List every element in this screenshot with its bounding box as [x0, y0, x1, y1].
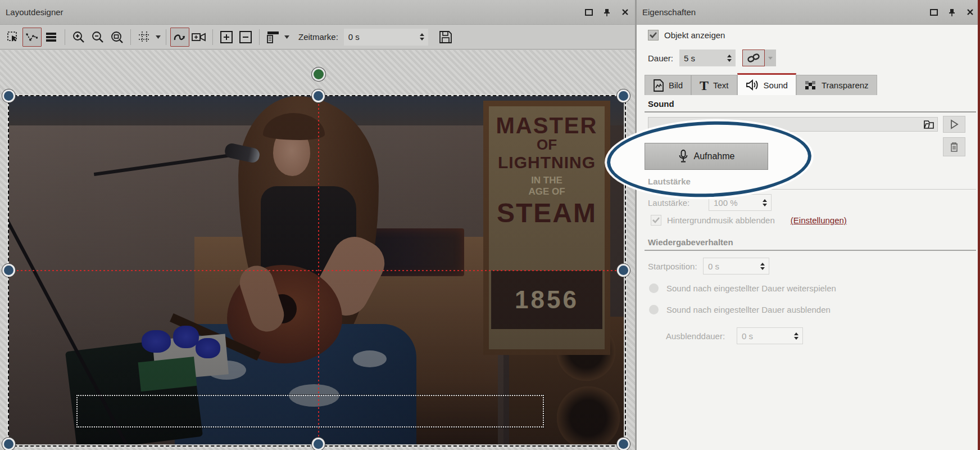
volume-label: Lautstärke:: [648, 198, 709, 208]
resize-handle-bottom-right[interactable]: [617, 438, 630, 450]
bgmusic-checkbox: [651, 215, 661, 226]
panel-title: Eigenschaften: [642, 7, 696, 17]
bgmusic-label: Hintergrundmusik abblenden: [667, 215, 775, 225]
link-duration-button[interactable]: [742, 50, 765, 66]
show-object-checkbox[interactable]: [648, 30, 659, 40]
startposition-label: Startposition:: [648, 262, 703, 271]
tab-transparenz[interactable]: Transparenz: [796, 75, 877, 95]
grid-button[interactable]: [135, 28, 154, 47]
zeitmarke-label: Zeitmarke:: [298, 32, 338, 42]
radio-fadeout-label: Sound nach eingestellter Dauer ausblende…: [666, 305, 831, 314]
settings-link[interactable]: (Einstellungen): [791, 215, 847, 225]
object-list-dropdown-caret[interactable]: [283, 28, 291, 46]
camera-pan-button[interactable]: [189, 28, 208, 47]
volume-input: 100 %: [709, 194, 772, 211]
sound-section-header: Sound: [648, 99, 674, 109]
startposition-input: 0 s: [703, 258, 769, 274]
fadeduration-input: 0 s: [737, 327, 803, 344]
resize-handle-bottom-center[interactable]: [312, 438, 325, 450]
application-window: Layoutdesigner: [0, 0, 980, 450]
text-placeholder-rect[interactable]: [76, 395, 544, 428]
resize-handle-bottom-left[interactable]: [2, 438, 15, 450]
property-tabs: Bild T Text Sound Transparenz: [645, 73, 877, 95]
close-icon[interactable]: [965, 8, 974, 17]
tab-bild-label: Bild: [669, 80, 683, 90]
docked-panel-edge: [978, 0, 980, 450]
remove-object-button[interactable]: [236, 28, 255, 47]
object-list-button[interactable]: [264, 28, 283, 47]
zoom-in-button[interactable]: [69, 28, 88, 47]
radio-continue-label: Sound nach eingestellter Dauer weiterspi…: [666, 284, 836, 293]
tab-sound[interactable]: Sound: [737, 73, 796, 95]
toolbar-separator: [166, 29, 166, 45]
zoom-out-button[interactable]: [88, 28, 107, 47]
duration-stepper[interactable]: [725, 55, 733, 62]
startposition-row: Startposition: 0 s: [648, 258, 769, 274]
duration-label: Dauer:: [648, 53, 679, 63]
fadeduration-value: 0 s: [742, 331, 792, 341]
zeitmarke-stepper[interactable]: [418, 33, 426, 40]
toolbar-separator: [65, 29, 65, 45]
zeitmarke-input[interactable]: 0 s: [344, 29, 428, 46]
duration-input[interactable]: 5 s: [679, 50, 736, 66]
fadeduration-row: Ausblenddauer: 0 s: [666, 327, 803, 344]
radio-continue: [649, 284, 659, 293]
link-dropdown-caret[interactable]: [765, 50, 776, 66]
toolbar-separator: [259, 29, 260, 45]
tab-bild[interactable]: Bild: [645, 75, 691, 95]
text-icon: T: [700, 79, 709, 92]
pin-icon[interactable]: [947, 8, 956, 17]
rotation-handle[interactable]: [312, 68, 325, 81]
save-timemark-button[interactable]: [436, 28, 455, 47]
maximize-icon[interactable]: [929, 8, 938, 17]
transparency-icon: [805, 80, 817, 91]
eigenschaften-titlebar: Eigenschaften: [637, 0, 980, 25]
section-divider: [645, 250, 976, 251]
zeitmarke-value: 0 s: [348, 32, 418, 42]
startposition-stepper: [759, 263, 766, 270]
zoom-fit-button[interactable]: [107, 28, 126, 47]
toolbar-separator: [212, 29, 213, 45]
playback-section-header: Wiedergabeverhalten: [648, 237, 733, 247]
duration-row: Dauer: 5 s: [648, 50, 776, 66]
startposition-value: 0 s: [708, 262, 759, 271]
trash-icon: [949, 141, 959, 152]
delete-sound-button[interactable]: [943, 137, 965, 156]
volume-section-header: Lautstärke: [648, 177, 691, 186]
microphone-icon: [678, 150, 688, 163]
curve-points-tool-button[interactable]: [22, 28, 42, 47]
resize-handle-top-center[interactable]: [312, 89, 325, 102]
show-object-label: Objekt anzeigen: [664, 30, 725, 40]
play-sound-button[interactable]: [943, 116, 965, 133]
eigenschaften-panel: Eigenschaften Objekt anzeigen Dauer: 5 s: [637, 0, 980, 450]
fadeduration-stepper: [792, 332, 800, 340]
select-tool-button[interactable]: [3, 28, 22, 47]
maximize-icon[interactable]: [584, 8, 593, 17]
play-icon: [949, 119, 959, 129]
bgmusic-row: Hintergrundmusik abblenden (Einstellunge…: [651, 215, 847, 226]
resize-handle-top-left[interactable]: [2, 89, 15, 102]
panel-title: Layoutdesigner: [6, 7, 63, 17]
panel-divider[interactable]: [635, 0, 637, 450]
tab-transparenz-label: Transparenz: [822, 80, 869, 90]
tab-text[interactable]: T Text: [691, 75, 737, 95]
record-button[interactable]: Aufnahme: [645, 143, 768, 170]
layout-canvas[interactable]: MASTER OF LIGHTNING IN THE AGE OF STEAM …: [0, 50, 635, 450]
record-button-label: Aufnahme: [694, 151, 735, 161]
resize-handle-mid-left[interactable]: [2, 264, 15, 277]
add-object-button[interactable]: [217, 28, 236, 47]
resize-handle-mid-right[interactable]: [617, 264, 630, 277]
layoutdesigner-titlebar: Layoutdesigner: [0, 0, 635, 25]
center-guide-horizontal: [9, 270, 624, 271]
motion-path-tool-button[interactable]: [170, 28, 189, 47]
volume-stepper: [761, 199, 769, 206]
layers-tool-button[interactable]: [42, 28, 61, 47]
resize-handle-top-right[interactable]: [617, 89, 630, 102]
volume-value: 100 %: [714, 198, 761, 208]
browse-folder-icon[interactable]: [920, 119, 937, 129]
pin-icon[interactable]: [602, 8, 611, 17]
layoutdesigner-toolbar: Zeitmarke: 0 s: [0, 25, 635, 50]
close-icon[interactable]: [620, 8, 629, 17]
tab-text-label: Text: [713, 80, 729, 90]
grid-dropdown-caret[interactable]: [154, 28, 162, 46]
